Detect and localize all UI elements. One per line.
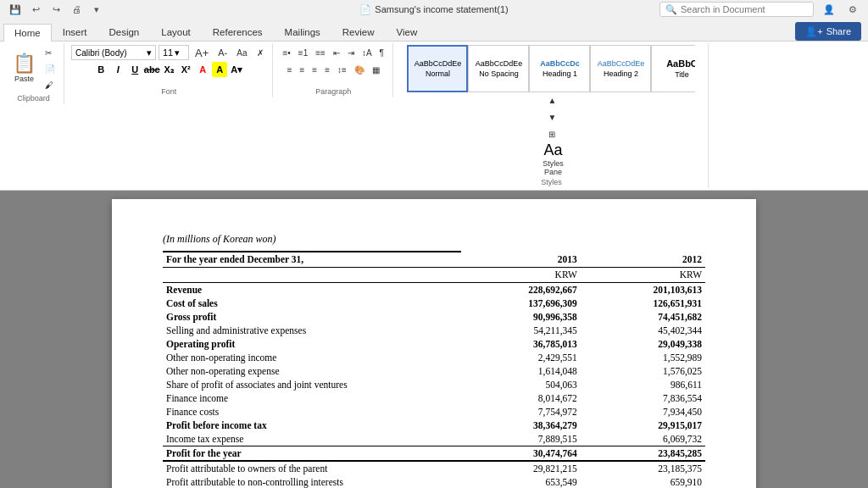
row-label: Selling and administrative expenses [163, 324, 461, 337]
show-hide-button[interactable]: ¶ [376, 45, 387, 60]
search-input[interactable] [681, 4, 808, 14]
clear-format-button[interactable]: ✗ [253, 45, 267, 60]
row-val-2013: 90,996,358 [461, 310, 581, 324]
decrease-font-button[interactable]: A- [214, 45, 231, 60]
tab-design[interactable]: Design [97, 23, 150, 41]
font-family-value: Calibri (Body) [75, 48, 127, 58]
tab-home[interactable]: Home [3, 24, 52, 42]
app-icon: 📄 [359, 4, 371, 15]
style-heading1[interactable]: AaBbCcDc Heading 1 [529, 45, 590, 92]
qat-dropdown-button[interactable]: ▾ [88, 1, 105, 18]
row-val-2013: 1,614,048 [461, 364, 581, 378]
text-color-button[interactable]: A [195, 62, 210, 77]
table-header-row: For the year ended December 31, 2013 201… [163, 252, 705, 268]
underline-button[interactable]: U [127, 62, 142, 77]
cut-button[interactable]: ✂ [42, 45, 58, 60]
superscript-button[interactable]: X² [178, 62, 193, 77]
bold-button[interactable]: B [93, 62, 108, 77]
clipboard-group: 📋 Paste ✂ 📄 🖌 Clipboard [3, 43, 64, 104]
copy-button[interactable]: 📄 [42, 61, 58, 76]
styles-scroll-up[interactable]: ▲ [545, 92, 560, 108]
col-header-2012: 2012 [581, 252, 705, 268]
share-button[interactable]: 👤+ Share [795, 22, 861, 41]
styles-pane-button[interactable]: Aa Styles Pane [542, 141, 564, 176]
window-title: Samsung's income statement(1) [375, 4, 508, 14]
styles-group: AaBbCcDdEe Normal AaBbCcDdEe No Spacing … [395, 43, 709, 188]
tab-references[interactable]: References [202, 23, 274, 41]
paste-button[interactable]: 📋 Paste [8, 45, 40, 92]
multilevel-list-button[interactable]: ≡≡ [312, 45, 329, 60]
share-icon: 👤+ [805, 26, 822, 37]
row-val-2013: 8,014,672 [461, 391, 581, 405]
font-family-selector[interactable]: Calibri (Body) ▾ [71, 45, 156, 60]
font-color-button[interactable]: A▾ [229, 62, 244, 77]
italic-button[interactable]: I [110, 62, 125, 77]
style-heading2[interactable]: AaBbCcDdEe Heading 2 [590, 45, 651, 92]
align-center-button[interactable]: ≡ [296, 62, 308, 77]
change-case-button[interactable]: Aa [233, 45, 250, 60]
subscript-button[interactable]: X₂ [161, 62, 176, 77]
title-bar: 💾 ↩ ↪ 🖨 ▾ 📄 Samsung's income statement(1… [0, 0, 868, 19]
table-row: Revenue228,692,667201,103,613 [163, 283, 705, 297]
line-spacing-button[interactable]: ↕≡ [334, 62, 350, 77]
table-row: Selling and administrative expenses54,21… [163, 324, 705, 337]
row-val-2012: 1,576,025 [581, 364, 705, 378]
styles-more-button[interactable]: ⊞ [545, 126, 560, 141]
row-label: Operating profit [163, 337, 461, 351]
col-header-2013: 2013 [461, 252, 581, 268]
quick-access-toolbar: 💾 ↩ ↪ 🖨 ▾ [7, 1, 105, 18]
row-val-2012: 659,910 [581, 475, 705, 488]
bullets-button[interactable]: ≡• [280, 45, 294, 60]
row-label: Other non-operating income [163, 351, 461, 364]
borders-button[interactable]: ▦ [369, 62, 383, 77]
table-row: Income tax expense7,889,5156,069,732 [163, 432, 705, 446]
style-no-spacing[interactable]: AaBbCcDdEe No Spacing [468, 45, 529, 92]
window-title-area: 📄 Samsung's income statement(1) [359, 4, 508, 15]
style-title[interactable]: AaBbC Title [651, 45, 695, 92]
shading-button[interactable]: 🎨 [351, 62, 368, 77]
cut-icon: ✂ [45, 48, 52, 58]
font-group: Calibri (Body) ▾ 11 ▾ A+ A- Aa ✗ B I U a… [66, 43, 273, 97]
styles-scroll-down[interactable]: ▼ [545, 109, 560, 125]
undo-qat-button[interactable]: ↩ [27, 1, 44, 18]
numbering-button[interactable]: ≡1 [295, 45, 311, 60]
row-val-2012: 6,069,732 [581, 432, 705, 446]
strikethrough-button[interactable]: abc [144, 62, 159, 77]
table-body: Revenue228,692,667201,103,613Cost of sal… [163, 283, 705, 489]
income-statement-table: For the year ended December 31, 2013 201… [163, 251, 705, 488]
redo-qat-button[interactable]: ↪ [47, 1, 64, 18]
currency-2013: KRW [461, 268, 581, 283]
tab-review[interactable]: Review [331, 23, 386, 41]
font-family-dropdown-icon: ▾ [147, 47, 152, 58]
highlight-button[interactable]: A [212, 62, 227, 77]
table-row: Profit for the year30,474,76423,845,285 [163, 446, 705, 462]
row-val-2013: 228,692,667 [461, 283, 581, 297]
format-painter-button[interactable]: 🖌 [42, 77, 58, 92]
row-label: Profit attributable to non-controlling i… [163, 475, 461, 488]
increase-font-button[interactable]: A+ [192, 45, 212, 60]
align-left-button[interactable]: ≡ [284, 62, 296, 77]
font-size-selector[interactable]: 11 ▾ [159, 45, 189, 60]
save-qat-button[interactable]: 💾 [7, 1, 24, 18]
table-row: Operating profit36,785,01329,049,338 [163, 337, 705, 351]
tab-mailings[interactable]: Mailings [274, 23, 331, 41]
document-area: (In millions of Korean won) For the year… [0, 191, 868, 488]
settings-icon[interactable]: ⚙ [844, 1, 861, 18]
decrease-indent-button[interactable]: ⇤ [330, 45, 343, 60]
sort-button[interactable]: ↕A [359, 45, 376, 60]
increase-indent-button[interactable]: ⇥ [344, 45, 358, 60]
ribbon-content: 📋 Paste ✂ 📄 🖌 Clipboard Calibri (Body) ▾ [0, 41, 868, 190]
currency-2012: KRW [581, 268, 705, 283]
customize-qat-button[interactable]: 🖨 [68, 1, 85, 18]
search-icon: 🔍 [665, 4, 677, 15]
tab-insert[interactable]: Insert [52, 23, 98, 41]
tab-view[interactable]: View [386, 23, 429, 41]
style-normal[interactable]: AaBbCcDdEe Normal [407, 45, 468, 92]
search-box[interactable]: 🔍 [659, 2, 814, 17]
account-icon[interactable]: 👤 [821, 1, 837, 18]
justify-button[interactable]: ≡ [321, 62, 333, 77]
align-right-button[interactable]: ≡ [309, 62, 320, 77]
row-val-2013: 7,889,515 [461, 432, 581, 446]
row-val-2012: 7,836,554 [581, 391, 705, 405]
tab-layout[interactable]: Layout [150, 23, 202, 41]
